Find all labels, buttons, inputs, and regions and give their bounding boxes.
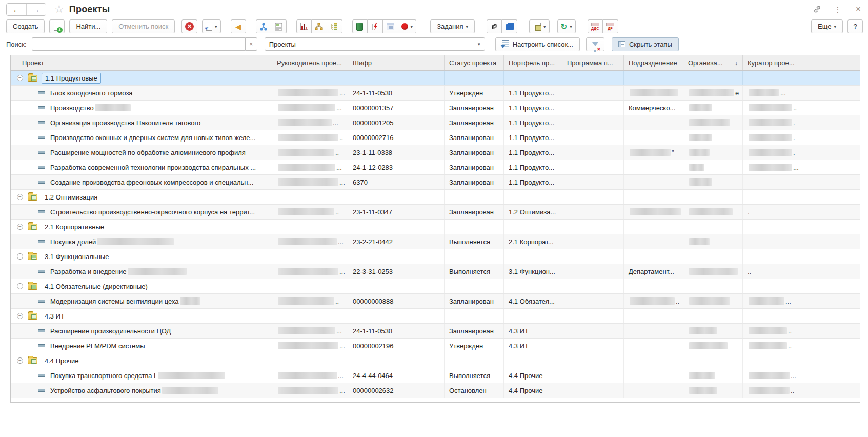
curator-cell: ... xyxy=(743,368,860,383)
collapse-icon[interactable]: − xyxy=(17,224,23,230)
link-icon[interactable] xyxy=(813,5,822,14)
code-cell: 23-1-11-0338 xyxy=(348,145,445,160)
program-cell xyxy=(562,205,624,219)
hide-stages-icon xyxy=(618,41,625,47)
column-header-portfolio[interactable]: Портфель пр... xyxy=(504,55,562,70)
project-row[interactable]: Организация производства Накопителя тяго… xyxy=(11,115,860,130)
group-row[interactable]: − 4.4 Прочие xyxy=(11,353,860,368)
project-row[interactable]: Разработка современной технологии произв… xyxy=(11,160,860,175)
group-row[interactable]: − 1.1 Продуктовые xyxy=(11,71,860,86)
column-header-program[interactable]: Программа п... xyxy=(562,55,624,70)
collapse-icon[interactable]: − xyxy=(17,357,23,364)
manager-cell: .. xyxy=(272,145,348,160)
tasks-button[interactable]: Задания▾ xyxy=(430,19,475,33)
search-clear-button[interactable]: × xyxy=(245,37,257,51)
project-name-cell: Производство xyxy=(11,101,272,115)
project-item-icon xyxy=(38,136,45,139)
configure-list-button[interactable]: Настроить список... xyxy=(495,37,580,51)
gold-arrow-button[interactable]: ◀ xyxy=(231,19,246,33)
code-cell: 22-3-31-0253 xyxy=(348,264,445,279)
menu-kebab-icon[interactable]: ⋮ xyxy=(833,5,842,14)
clear-filter-button[interactable] xyxy=(586,37,604,51)
project-row[interactable]: Производство оконных и дверных систем дл… xyxy=(11,130,860,145)
search-input[interactable] xyxy=(32,37,245,51)
cancel-search-button[interactable]: Отменить поиск xyxy=(112,19,175,33)
project-row[interactable]: Расширение производительности ЦОД ... 24… xyxy=(11,324,860,339)
configure-list-label: Настроить список... xyxy=(513,41,573,48)
status-cell: Запланирован xyxy=(445,101,504,115)
group-row[interactable]: − 3.1 Функциональные xyxy=(11,249,860,264)
layers-split-button[interactable]: ▾ xyxy=(529,19,550,33)
group-row[interactable]: − 4.1 Обязательные (директивные) xyxy=(11,279,860,294)
close-icon[interactable]: × xyxy=(854,5,863,14)
column-header-department[interactable]: Подразделение xyxy=(624,55,683,70)
project-row[interactable]: Модернизация системы вентиляции цеха .. … xyxy=(11,294,860,309)
frame-button[interactable] xyxy=(383,19,398,33)
create-button[interactable]: Создать xyxy=(6,19,45,33)
project-row[interactable]: Устройство асфальтового покрытия ... 000… xyxy=(11,383,860,398)
table-header: Проект Руководитель прое... Шифр Статус … xyxy=(11,55,860,71)
collapse-icon[interactable]: − xyxy=(17,283,23,289)
column-header-organization[interactable]: Организа... ↓ xyxy=(683,55,743,70)
project-row[interactable]: Производство ... 00000001357 Запланирова… xyxy=(11,101,860,115)
department-cell xyxy=(624,339,683,353)
dds-report-button[interactable]: ДДС xyxy=(588,19,603,33)
project-name: Строительство производственно-окрасочног… xyxy=(50,208,255,216)
project-row[interactable]: Покупка долей ... 23-2-21-0442 Выполняет… xyxy=(11,234,860,249)
program-cell xyxy=(562,130,624,145)
column-header-curator[interactable]: Куратор прое... xyxy=(743,55,860,70)
create-copy-button[interactable] xyxy=(49,19,65,33)
tree-button[interactable] xyxy=(327,19,342,33)
forward-button[interactable]: → xyxy=(26,4,46,15)
program-cell xyxy=(562,368,624,383)
folder-icon xyxy=(28,357,37,364)
dr-report-button[interactable]: ДР xyxy=(603,19,618,33)
column-header-project[interactable]: Проект xyxy=(11,55,272,70)
clear-filter-icon xyxy=(592,42,598,46)
project-row[interactable]: Покупка транспортного средства L ... 24-… xyxy=(11,368,860,383)
green-panel-button[interactable] xyxy=(352,19,368,33)
collapse-icon[interactable]: − xyxy=(17,313,23,319)
chart-button[interactable] xyxy=(296,19,312,33)
status-cell: Запланирован xyxy=(445,324,504,338)
project-row[interactable]: Разработка и внедрение ... 22-3-31-0253 … xyxy=(11,264,860,279)
status-cell: Утвержден xyxy=(445,339,504,353)
refresh-split-button[interactable]: ↻▾ xyxy=(557,19,576,33)
import-button[interactable] xyxy=(502,19,517,33)
print-button[interactable] xyxy=(487,19,502,33)
organization-cell xyxy=(683,294,743,308)
view-combo[interactable]: Проекты ▾ xyxy=(265,37,485,51)
group-row[interactable]: − 4.3 ИТ xyxy=(11,309,860,324)
column-header-manager[interactable]: Руководитель прое... xyxy=(272,55,348,70)
cancel-button[interactable]: ✕ xyxy=(181,19,197,33)
project-row[interactable]: Блок колодочного тормоза ... 24-1-11-053… xyxy=(11,86,860,101)
group-row[interactable]: − 2.1 Корпоративные xyxy=(11,220,860,234)
lightning-button[interactable] xyxy=(368,19,383,33)
more-button[interactable]: Еще▾ xyxy=(811,19,843,33)
find-button[interactable]: Найти... xyxy=(69,19,107,33)
help-button[interactable]: ? xyxy=(847,19,863,33)
project-row[interactable]: Создание производства фреоновых компресс… xyxy=(11,175,860,190)
column-header-status[interactable]: Статус проекта xyxy=(445,55,504,70)
record-split-button[interactable]: ▾ xyxy=(398,19,417,33)
load-split-button[interactable]: ▾ xyxy=(202,19,221,33)
report-card-button[interactable] xyxy=(271,19,287,33)
org-chart-button[interactable] xyxy=(312,19,327,33)
collapse-icon[interactable]: − xyxy=(17,253,23,260)
manager-cell: ... xyxy=(272,339,348,353)
column-header-code[interactable]: Шифр xyxy=(348,55,445,70)
structure-button[interactable] xyxy=(256,19,271,33)
department-cell xyxy=(624,383,683,398)
project-row[interactable]: Расширение мощностей по обработке алюмин… xyxy=(11,145,860,160)
favorite-star-icon[interactable]: ☆ xyxy=(54,3,64,15)
program-cell xyxy=(562,383,624,398)
project-row[interactable]: Строительство производственно-окрасочног… xyxy=(11,205,860,220)
collapse-icon[interactable]: − xyxy=(17,75,23,81)
project-item-icon xyxy=(38,151,45,154)
group-row[interactable]: − 1.2 Оптимизация xyxy=(11,190,860,205)
hide-stages-toggle[interactable]: Скрыть этапы xyxy=(612,37,679,51)
collapse-icon[interactable]: − xyxy=(17,194,23,200)
back-button[interactable]: ← xyxy=(7,4,26,15)
status-cell: Запланирован xyxy=(445,175,504,189)
project-row[interactable]: Внедрение PLM/PDM системы ... 0000000219… xyxy=(11,339,860,353)
